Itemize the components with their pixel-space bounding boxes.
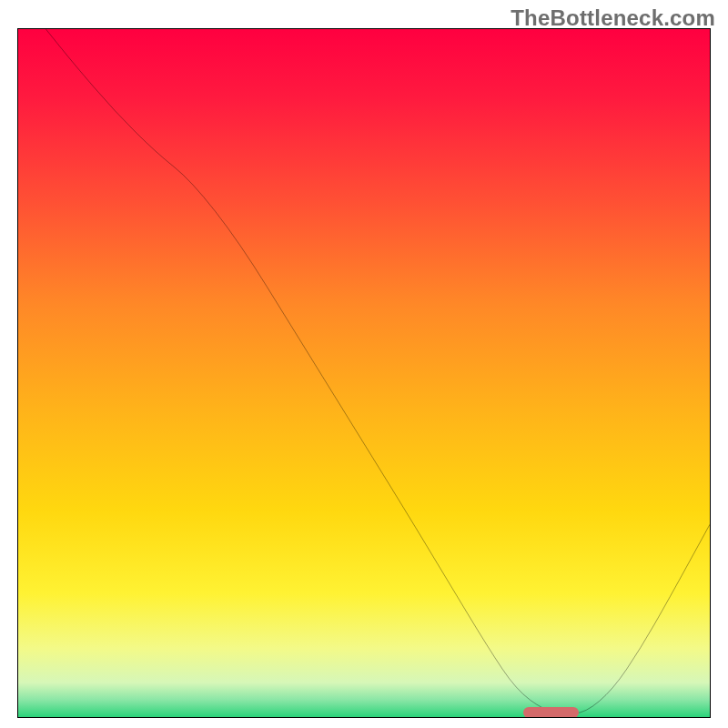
plot-area <box>18 29 710 717</box>
watermark-text: TheBottleneck.com <box>511 5 715 31</box>
bottleneck-curve <box>18 29 710 717</box>
optimum-marker <box>523 707 579 717</box>
chart-container: TheBottleneck.com <box>0 0 728 728</box>
